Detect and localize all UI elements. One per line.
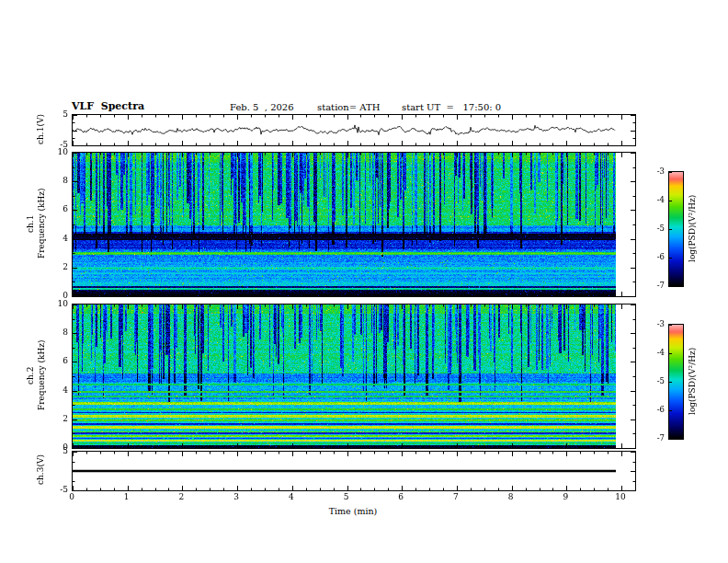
- colorbar-tick-label: -6: [646, 252, 665, 261]
- plot-station: station= ATH: [317, 102, 380, 112]
- y-tick-label: 8: [40, 176, 68, 185]
- x-tick-label: 8: [508, 492, 514, 501]
- ch1-spectrogram-panel: [72, 152, 636, 297]
- colorbar-tick-label: -3: [646, 319, 665, 328]
- x-tick-label: 9: [563, 492, 568, 501]
- colorbar-ch2-gradient: [669, 325, 683, 439]
- ch3-voltage-axis-label: ch.3(V): [35, 451, 46, 489]
- ch1-spec-axis-label-ch: ch.1: [25, 152, 36, 295]
- y-tick-label: 6: [40, 356, 68, 365]
- ch2-spectrogram-panel: [72, 304, 636, 449]
- colorbar-ch2: [668, 324, 684, 440]
- colorbar-tick-label: -4: [646, 195, 665, 204]
- x-tick-label: 0: [69, 492, 74, 501]
- ch1-waveform-ticks: [73, 115, 635, 145]
- plot-date: Feb. 5 , 2026: [230, 102, 294, 112]
- colorbar-tick-label: -7: [646, 433, 665, 442]
- colorbar-ch1-label: log(PSD)(V²/Hz): [687, 171, 698, 285]
- ch3-waveform-ticks: [73, 452, 635, 490]
- ch1-spec-axis-label-freq: Frequency (kHz): [36, 152, 47, 295]
- x-tick-label: 6: [398, 492, 404, 501]
- colorbar-tick-label: -4: [646, 348, 665, 357]
- y-tick-label: 4: [40, 385, 68, 395]
- x-axis-label: Time (min): [329, 506, 378, 516]
- colorbar-ch1-gradient: [669, 172, 683, 286]
- x-tick-label: 7: [453, 492, 459, 501]
- y-tick-label: 2: [40, 414, 68, 423]
- ch1-spectrogram-ticks: [73, 153, 635, 296]
- ch3-waveform-panel: [72, 451, 636, 491]
- ch2-spec-axis-label-ch: ch.2: [25, 304, 36, 447]
- colorbar-tick-label: -5: [646, 376, 665, 385]
- ch1-waveform-panel: [72, 114, 636, 146]
- x-tick-label: 2: [179, 492, 185, 501]
- x-tick-label: 4: [289, 492, 294, 501]
- x-tick-label: 5: [344, 492, 349, 501]
- colorbar-tick-label: -6: [646, 405, 665, 414]
- y-tick-label: 5: [40, 109, 68, 119]
- colorbar-tick-label: -7: [646, 281, 665, 290]
- colorbar-tick-label: -3: [646, 167, 665, 176]
- y-tick-label: 8: [40, 327, 68, 337]
- y-tick-label: 10: [40, 299, 68, 308]
- y-tick-label: -5: [40, 485, 68, 494]
- y-tick-label: 4: [40, 234, 68, 243]
- colorbar-ch2-label: log(PSD)(V²/Hz): [687, 324, 698, 438]
- colorbar-tick-label: -5: [646, 224, 665, 233]
- x-tick-label: 3: [233, 492, 239, 501]
- x-tick-label: 10: [615, 492, 625, 501]
- plot-title: VLF Spectra: [72, 100, 144, 112]
- y-tick-label: 10: [40, 147, 68, 156]
- y-tick-label: 5: [40, 446, 68, 455]
- y-tick-label: 2: [40, 262, 68, 271]
- ch2-spectrogram-ticks: [73, 304, 635, 448]
- y-tick-label: 6: [40, 204, 68, 213]
- colorbar-ch1: [668, 171, 684, 287]
- plot-start-ut: start UT = 17:50: 0: [402, 102, 501, 112]
- x-tick-label: 1: [124, 492, 130, 501]
- ch2-spec-axis-label-freq: Frequency (kHz): [36, 304, 47, 447]
- vlf-spectra-plot: VLF Spectra Feb. 5 , 2026 station= ATH s…: [0, 0, 728, 563]
